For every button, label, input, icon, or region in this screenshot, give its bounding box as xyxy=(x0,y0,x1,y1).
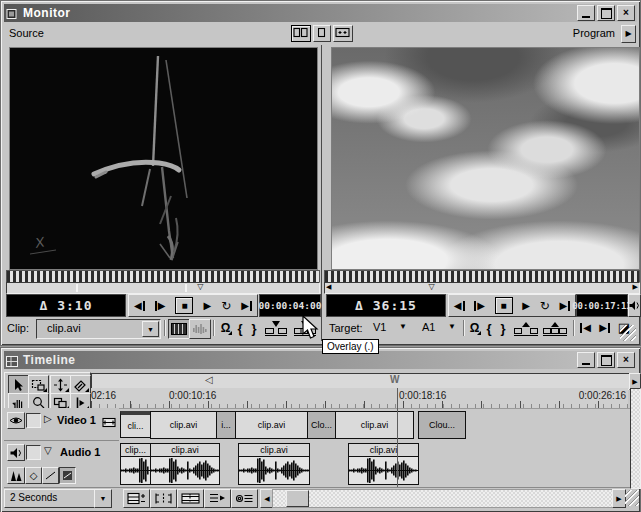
audio-clip[interactable]: clip.avi xyxy=(150,443,220,485)
audio-track-lock-checkbox[interactable] xyxy=(26,445,41,460)
dual-view-button[interactable] xyxy=(291,25,311,42)
program-mark-in-button[interactable]: { xyxy=(484,319,494,337)
insert-button[interactable] xyxy=(264,319,288,337)
clip-dropdown[interactable]: clip.avi ▼ xyxy=(36,319,161,339)
source-play-in-out-button[interactable]: ▶ xyxy=(241,301,252,311)
source-video-preview[interactable]: X xyxy=(9,47,318,270)
extract-button[interactable] xyxy=(542,319,568,337)
audio-track-lane[interactable]: clip... clip.avi clip.avi clip.avi xyxy=(119,441,630,488)
audio-gain-rubberband-button[interactable] xyxy=(59,467,76,484)
selection-tool[interactable] xyxy=(8,375,29,394)
program-play-in-out-button[interactable]: ▶ xyxy=(559,301,570,311)
program-scrub-right-icon[interactable]: ▶ xyxy=(633,283,638,290)
shift-tracks-button[interactable] xyxy=(204,489,231,508)
audio-waveform-display-button[interactable] xyxy=(7,467,25,484)
track-select-tool[interactable] xyxy=(50,375,71,394)
close-button[interactable]: × xyxy=(617,352,635,368)
source-marker-menu-button[interactable]: Ω xyxy=(218,320,233,336)
edit-line-handle[interactable]: W xyxy=(390,374,399,385)
source-scrub-bar[interactable]: ▽ xyxy=(6,282,320,294)
audio-target-dropdown[interactable]: A1 ▼ xyxy=(419,319,459,337)
video-target-value: V1 xyxy=(373,321,386,333)
edge-viewing-button[interactable] xyxy=(177,489,204,508)
video-clip[interactable]: clip.avi xyxy=(235,411,308,439)
source-play-button[interactable]: ▶ xyxy=(203,301,211,311)
monitor-resize-grip[interactable] xyxy=(620,325,636,341)
source-step-forward-button[interactable]: ▶ xyxy=(155,301,166,311)
source-step-back-button[interactable]: ◀ xyxy=(134,301,145,311)
waveform-view-toggle[interactable] xyxy=(189,319,211,339)
snap-to-edges-button[interactable] xyxy=(150,489,177,508)
source-timecode-display[interactable]: 00:00:04:00 xyxy=(259,294,321,317)
program-duration-value: Δ 36:15 xyxy=(355,298,417,313)
minimize-button[interactable] xyxy=(577,5,595,21)
video-clip[interactable]: Clo... xyxy=(307,411,336,439)
audio-clip[interactable]: clip.avi xyxy=(348,443,419,485)
video-clip[interactable]: clip.avi xyxy=(150,411,217,439)
program-marker-menu-button[interactable]: Ω xyxy=(467,320,482,336)
monitor-titlebar[interactable]: Monitor × xyxy=(4,4,637,22)
source-mark-out-button[interactable]: } xyxy=(249,319,259,337)
work-area-marker-icon[interactable]: ◁ xyxy=(205,375,213,385)
sync-mode-button[interactable] xyxy=(231,489,258,508)
audio-track-mute-button[interactable] xyxy=(7,444,25,461)
time-zoom-dropdown[interactable]: 2 Seconds xyxy=(4,489,95,508)
timeline-vertical-scrollbar[interactable] xyxy=(630,388,641,489)
video-clip[interactable]: Clou... xyxy=(418,411,466,439)
program-playhead-icon[interactable]: ▽ xyxy=(429,282,435,291)
video-clip[interactable]: i... xyxy=(216,411,236,439)
audio-fade-rubberband-button[interactable] xyxy=(42,467,59,484)
time-zoom-dropdown-arrow[interactable]: ▼ xyxy=(94,489,112,508)
maximize-button[interactable] xyxy=(597,5,615,21)
minimize-button[interactable] xyxy=(577,352,595,368)
scroll-right-button[interactable]: ▶ xyxy=(612,489,626,508)
timeline-titlebar[interactable]: Timeline × xyxy=(4,351,637,369)
source-playhead-icon[interactable]: ▽ xyxy=(197,282,203,291)
audio-clip[interactable]: clip... xyxy=(120,443,151,485)
video-target-dropdown[interactable]: V1 ▼ xyxy=(370,319,410,337)
next-edit-button[interactable]: ▶ xyxy=(597,320,612,336)
source-loop-button[interactable]: ↻ xyxy=(221,300,231,312)
track-options-button[interactable] xyxy=(123,489,150,508)
video-track-lock-checkbox[interactable] xyxy=(26,413,41,428)
source-mark-in-button[interactable]: { xyxy=(235,319,245,337)
program-loop-button[interactable]: ↻ xyxy=(540,300,550,312)
close-button[interactable]: × xyxy=(617,5,635,21)
video-clip[interactable]: clip.avi xyxy=(335,411,414,439)
video-track-expand-arrow[interactable]: ▷ xyxy=(44,414,52,424)
video-track-lane[interactable]: cli... clip.avi i... clip.avi Clo... cli… xyxy=(119,408,630,442)
video-clip[interactable]: cli... xyxy=(120,411,151,438)
trim-view-button[interactable] xyxy=(333,25,353,42)
program-play-button[interactable]: ▶ xyxy=(522,301,530,311)
clip-name: i... xyxy=(221,420,231,430)
video-track-visibility-button[interactable] xyxy=(7,412,25,429)
monitor-menu-button[interactable]: ▶ xyxy=(621,25,636,43)
program-step-back-button[interactable]: ◀ xyxy=(454,301,465,311)
timeline-resize-grip[interactable] xyxy=(625,490,639,506)
video-track-mode-button[interactable] xyxy=(102,414,116,432)
program-scrub-bar[interactable]: ◀ ▶ ▽ xyxy=(324,282,640,294)
range-select-tool[interactable] xyxy=(28,375,49,394)
lift-button[interactable] xyxy=(513,319,539,337)
clip-dropdown-arrow[interactable]: ▼ xyxy=(142,321,159,337)
audio-track-collapse-arrow[interactable]: ▽ xyxy=(44,446,52,456)
horizontal-scrollbar-track[interactable] xyxy=(272,489,614,508)
audio-clip[interactable]: clip.avi xyxy=(238,443,310,485)
program-stop-button[interactable]: ■ xyxy=(495,297,513,314)
program-step-forward-button[interactable]: ▶ xyxy=(474,301,485,311)
program-timecode-display[interactable]: 00:00:17:13 xyxy=(576,294,628,317)
audio-pan-rubberband-button[interactable]: ◇ xyxy=(25,467,42,484)
horizontal-scrollbar-thumb[interactable] xyxy=(286,490,309,507)
single-view-button[interactable] xyxy=(313,25,331,42)
program-scrub-left-icon[interactable]: ◀ xyxy=(326,283,331,290)
source-stop-button[interactable]: ■ xyxy=(175,297,193,314)
audio-monitor-button[interactable] xyxy=(628,294,641,317)
previous-edit-button[interactable]: ◀ xyxy=(578,320,593,336)
timeline-ruler[interactable]: 02:16 0:00:10:16 0:00:18:16 0:00:26:16 xyxy=(91,388,628,408)
film-view-toggle[interactable] xyxy=(168,319,190,339)
maximize-button[interactable] xyxy=(597,352,615,368)
program-mark-out-button[interactable]: } xyxy=(498,319,508,337)
program-video-preview[interactable] xyxy=(331,47,640,270)
edit-line[interactable] xyxy=(397,388,398,487)
razor-tool[interactable] xyxy=(70,375,91,394)
